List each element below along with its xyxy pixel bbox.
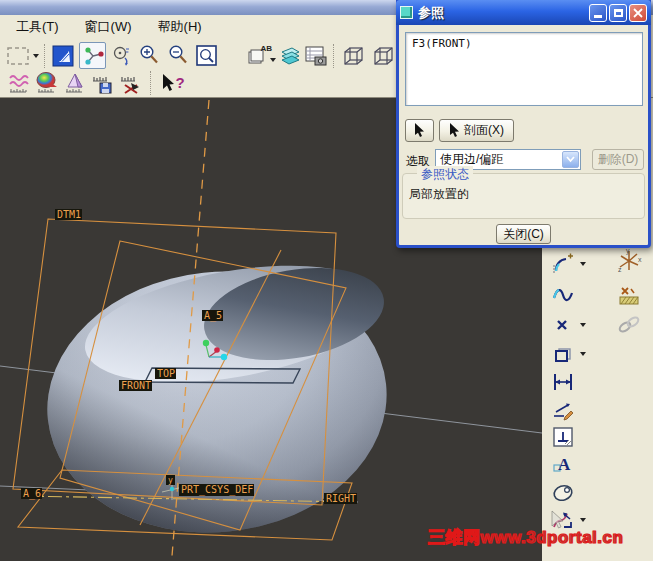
hidden-line-cube-icon[interactable] [371,43,396,68]
model-tree-snapshot-icon[interactable] [303,43,328,68]
selection-filter-box-icon[interactable] [4,43,31,68]
section-analysis-icon[interactable] [62,70,87,95]
label-top: TOP [157,368,175,379]
section-button[interactable]: 剖面(X) [439,119,514,142]
reference-item[interactable]: F3(FRONT) [412,37,636,50]
dialog-body: F3(FRONT) 剖面(X) 选取 使用边/偏距 删除(D) 参照状态 [399,25,648,245]
watermark: 三维网www.3dportal.cn [428,526,623,549]
csys-icon-z: z [618,266,622,273]
section-button-label: 剖面(X) [464,122,504,139]
zoom-out-icon[interactable] [166,43,191,68]
spline-tool-icon[interactable] [550,283,576,309]
shaded-analysis-icon[interactable] [34,70,59,95]
dimension-tool-icon[interactable] [550,369,576,395]
label-dtm1: DTM1 [57,209,81,220]
arc-tool-icon[interactable] [550,251,576,277]
select-arrow-button[interactable] [405,119,434,142]
combobox-dropdown-button[interactable] [562,151,579,168]
label-right: RIGHT [326,493,356,504]
menu-help[interactable]: 帮助(H) [158,18,202,36]
minimize-button[interactable] [589,4,607,22]
shade-closed-loops-icon[interactable] [616,284,642,310]
arrow-cursor-icon [449,123,460,138]
annotation-dropdown[interactable] [268,47,277,72]
clear-analysis-icon[interactable] [118,70,143,95]
label-a6: A_6 [23,488,41,500]
dialog-titlebar[interactable]: 参照 [396,0,651,25]
label-prt-csys-def: PRT_CSYS_DEF [181,484,253,496]
wireframe-cube-icon[interactable] [341,43,366,68]
application-window: 工具(T) 窗口(W) 帮助(H) AB [0,0,653,561]
delete-button-label: 删除(D) [598,151,639,168]
chevron-down-icon [566,156,575,163]
rectangle-tool-dropdown[interactable] [578,341,587,366]
reference-status-group: 参照状态 局部放置的 [402,173,645,219]
context-help-icon[interactable]: ? [158,70,188,95]
group-title: 参照状态 [417,166,473,183]
reference-status-text: 局部放置的 [409,186,469,203]
arc-tool-dropdown[interactable] [578,251,587,276]
point-tool-icon[interactable] [550,312,576,338]
label-front: FRONT [121,380,151,391]
close-button[interactable]: 关闭(C) [496,224,551,244]
close-button-label: 关闭(C) [503,226,544,243]
text-tool-icon[interactable]: A [550,450,576,476]
reference-listbox[interactable]: F3(FRONT) [405,32,643,106]
constraint-tool-icon[interactable] [550,424,576,450]
refit-icon[interactable] [194,43,219,68]
zoom-in-icon[interactable] [137,43,162,68]
csys-icon-y: y [626,248,630,255]
spin-center-icon[interactable] [109,43,134,68]
delete-button[interactable]: 删除(D) [592,149,644,170]
text-tool-a-glyph: A [558,455,571,474]
selection-filter-dropdown[interactable] [31,43,40,68]
csys-icon-x: x [638,256,642,263]
point-tool-dropdown[interactable] [578,312,587,337]
csys-y-glyph: y [168,476,173,485]
datum-axes-display-icon[interactable] [79,42,106,69]
palette-tool-icon[interactable] [550,479,576,505]
maximize-button[interactable] [609,4,627,22]
rectangle-tool-icon[interactable] [550,341,576,367]
dialog-icon [400,6,413,19]
toolbar-separator [44,44,45,68]
toolbar-separator [333,44,334,68]
modify-dimension-tool-icon[interactable] [550,398,576,424]
menu-window[interactable]: 窗口(W) [85,18,132,36]
coordinate-system-tool-icon[interactable]: yxz [616,248,642,274]
close-window-button[interactable] [629,4,647,22]
toolbar-separator [150,71,151,95]
reference-dialog: 参照 F3(FRONT) 剖面(X) 选取 使用边/偏距 [396,0,651,248]
layers-icon[interactable] [277,43,302,68]
repaint-icon[interactable] [50,43,75,68]
menu-tools[interactable]: 工具(T) [16,18,59,36]
saved-analysis-icon[interactable] [90,70,115,95]
chain-tool-icon[interactable] [616,312,642,338]
label-a5: A_5 [204,310,222,322]
help-question-mark: ? [175,74,184,91]
curvature-analysis-icon[interactable] [6,70,31,95]
arrow-cursor-icon [414,123,425,138]
dialog-title: 参照 [418,4,587,22]
